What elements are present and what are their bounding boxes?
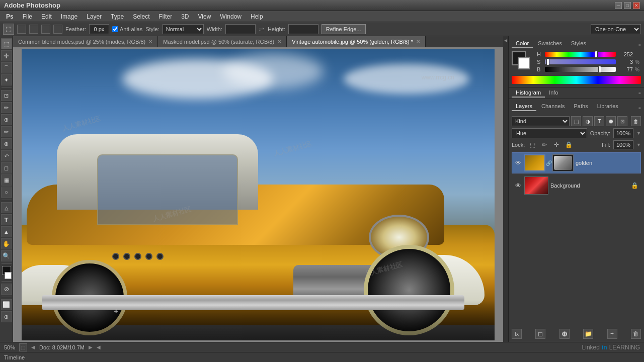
history-arrow-left[interactable]: ◀ <box>31 344 35 350</box>
antialias-checkbox[interactable] <box>112 26 118 32</box>
tab-channels[interactable]: Channels <box>537 102 569 111</box>
view-mode-select[interactable]: One-on-One <box>591 24 641 34</box>
crop-tool[interactable]: ⊡ <box>1 90 12 101</box>
tab-layers[interactable]: Layers <box>512 102 536 111</box>
tab-paths[interactable]: Paths <box>570 102 592 111</box>
brush-tool[interactable]: ✏ <box>1 126 12 137</box>
magic-wand-tool[interactable]: ✦ <box>1 74 12 85</box>
tab-info[interactable]: Info <box>545 88 562 98</box>
close-tab-3[interactable]: ✕ <box>416 39 420 44</box>
opacity-input[interactable] <box>613 128 633 138</box>
tab-styles[interactable]: Styles <box>567 39 590 48</box>
lock-transparent-btn[interactable]: ⬚ <box>528 140 537 149</box>
lock-position-btn[interactable]: ✛ <box>552 140 561 149</box>
menu-ps[interactable]: Ps <box>2 12 18 21</box>
layer-eye-background[interactable]: 👁 <box>514 182 522 190</box>
tab-histogram[interactable]: Histogram <box>512 88 545 98</box>
eraser-tool[interactable]: ◻ <box>1 162 12 173</box>
screen-mode-tool[interactable]: ⬜ <box>1 299 12 310</box>
tab-blend-modes[interactable]: Common blend modes.psd @ 25% (modes, RGB… <box>13 36 158 47</box>
fill-arrow[interactable]: ▼ <box>636 142 641 147</box>
clone-tool[interactable]: ⊚ <box>1 138 12 149</box>
opacity-arrow[interactable]: ▼ <box>636 131 641 136</box>
tab-color[interactable]: Color <box>512 39 533 48</box>
layer-background[interactable]: 👁 Background 🔒 <box>512 174 641 197</box>
menu-view[interactable]: View <box>194 12 215 21</box>
s-slider[interactable] <box>545 59 616 64</box>
layer-filter-adjust[interactable]: ◑ <box>583 116 593 126</box>
b-slider[interactable] <box>545 67 616 72</box>
menu-file[interactable]: File <box>19 12 36 21</box>
status-more[interactable]: ◀ <box>97 344 101 350</box>
marquee-opt4[interactable] <box>53 25 62 34</box>
menu-type[interactable]: Type <box>107 12 128 21</box>
hand-tool[interactable]: ✋ <box>1 238 12 249</box>
lock-all-btn[interactable]: 🔒 <box>564 140 573 149</box>
layer-eye-golden[interactable]: 👁 <box>514 159 522 167</box>
path-tool[interactable]: △ <box>1 202 12 213</box>
tab-vintage-auto[interactable]: Vintage automobile.jpg @ 50% (golden, RG… <box>287 36 426 47</box>
dodge-tool[interactable]: ○ <box>1 187 12 198</box>
move-tool[interactable]: ✛ <box>1 50 12 61</box>
layer-filter-shape[interactable]: ⬟ <box>606 116 616 126</box>
eyedropper-tool[interactable]: ✏ <box>1 102 12 113</box>
layer-filter-pixel[interactable]: ⬚ <box>571 116 581 126</box>
layer-adjustment-btn[interactable]: ⊕ <box>559 329 570 339</box>
close-tab-2[interactable]: ✕ <box>277 39 281 44</box>
shape-tool[interactable]: ▲ <box>1 226 12 237</box>
layer-filter-type[interactable]: T <box>594 116 604 126</box>
history-tool[interactable]: ↶ <box>1 150 12 161</box>
zoom-tool[interactable]: 🔍 <box>1 250 12 261</box>
marquee-opt1[interactable] <box>17 25 26 34</box>
menu-image[interactable]: Image <box>57 12 82 21</box>
color-panel-menu[interactable]: ≡ <box>638 43 641 48</box>
lasso-tool[interactable]: ⌒ <box>1 62 12 73</box>
heal-tool[interactable]: ⊕ <box>1 114 12 125</box>
color-spectrum[interactable] <box>512 76 641 84</box>
layer-mask-btn[interactable]: ◻ <box>535 329 545 339</box>
fill-input[interactable] <box>613 140 633 149</box>
tab-libraries[interactable]: Libraries <box>593 102 622 111</box>
menu-filter[interactable]: Filter <box>154 12 176 21</box>
background-color-swatch[interactable] <box>518 57 530 69</box>
marquee-opt2[interactable] <box>29 25 38 34</box>
blend-mode-select[interactable]: Hue Normal Multiply Screen <box>512 128 587 138</box>
refine-edge-button[interactable]: Refine Edge... <box>321 24 366 34</box>
layer-fx-btn[interactable]: fx <box>512 329 522 339</box>
marquee-opt3[interactable] <box>41 25 50 34</box>
swap-icon[interactable]: ⇌ <box>259 25 265 33</box>
layer-kind-select[interactable]: Kind <box>512 116 570 126</box>
collapse-icon-1[interactable]: ◀ <box>504 38 508 43</box>
gradient-tool[interactable]: ▦ <box>1 174 12 186</box>
layer-filter-smart[interactable]: ⊡ <box>617 116 627 126</box>
layer-golden[interactable]: 👁 🔗 golden <box>512 152 641 173</box>
menu-layer[interactable]: Layer <box>83 12 106 21</box>
close-tab-1[interactable]: ✕ <box>148 39 152 44</box>
tab-swatches[interactable]: Swatches <box>534 39 566 48</box>
height-input[interactable] <box>288 24 318 34</box>
feather-input[interactable] <box>89 24 109 34</box>
lock-paint-btn[interactable]: ✏ <box>540 140 549 149</box>
layer-new-btn[interactable]: + <box>607 329 617 339</box>
type-tool[interactable]: T <box>1 214 12 225</box>
layer-group-btn[interactable]: 📁 <box>583 329 593 339</box>
quick-mask-tool[interactable]: ⊘ <box>1 284 12 295</box>
marquee-tool[interactable]: ⬚ <box>1 38 12 49</box>
marquee-rect-btn[interactable]: ⬚ <box>3 24 14 35</box>
hist-panel-menu[interactable]: ≡ <box>638 91 641 96</box>
h-slider[interactable] <box>545 52 616 57</box>
width-input[interactable] <box>225 24 256 34</box>
minimize-button[interactable]: ─ <box>615 2 622 9</box>
style-select[interactable]: Normal Fixed Ratio Fixed Size <box>163 24 204 34</box>
tab-masked-model[interactable]: Masked model.psd @ 50% (saturate, RGB/8)… <box>158 36 287 47</box>
zoom-level-btn[interactable]: ⬚ <box>19 343 27 351</box>
background-color[interactable] <box>5 272 12 279</box>
menu-3d[interactable]: 3D <box>177 12 193 21</box>
maximize-button[interactable]: □ <box>624 2 631 9</box>
layers-panel-menu[interactable]: ≡ <box>638 106 641 111</box>
menu-window[interactable]: Window <box>216 12 246 21</box>
history-arrow-right[interactable]: ▶ <box>89 344 93 350</box>
menu-edit[interactable]: Edit <box>37 12 56 21</box>
layer-delete-btn[interactable]: 🗑 <box>631 329 641 339</box>
menu-select[interactable]: Select <box>129 12 153 21</box>
